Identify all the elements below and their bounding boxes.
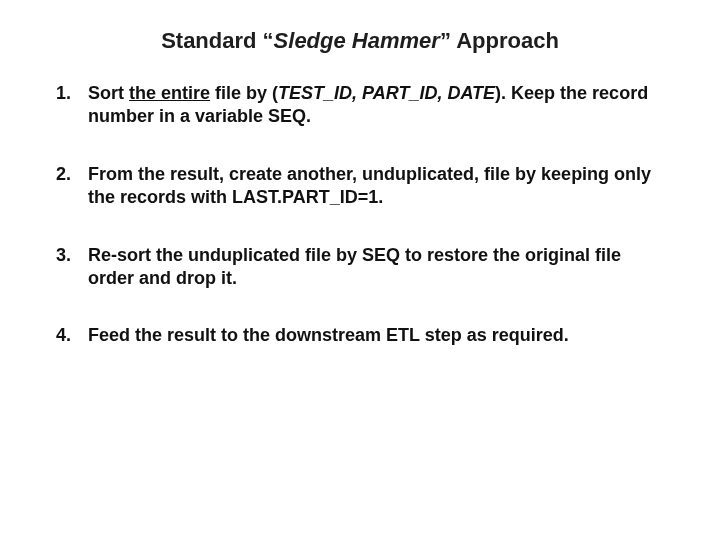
step-number: 2. xyxy=(56,163,88,186)
steps-list: 1. Sort the entire file by (TEST_ID, PAR… xyxy=(56,82,664,348)
title-quote-open: “ xyxy=(263,28,274,53)
list-item: 2. From the result, create another, undu… xyxy=(56,163,664,210)
list-item: 3. Re-sort the unduplicated file by SEQ … xyxy=(56,244,664,291)
italic-text: TEST_ID, PART_ID, DATE xyxy=(278,83,495,103)
step-number: 3. xyxy=(56,244,88,267)
slide: Standard “Sledge Hammer” Approach 1. Sor… xyxy=(0,0,720,540)
step-number: 4. xyxy=(56,324,88,347)
slide-title: Standard “Sledge Hammer” Approach xyxy=(56,28,664,54)
step-body: From the result, create another, undupli… xyxy=(88,163,664,210)
text-fragment: file by ( xyxy=(210,83,278,103)
step-body: Sort the entire file by (TEST_ID, PART_I… xyxy=(88,82,664,129)
step-number: 1. xyxy=(56,82,88,105)
step-body: Feed the result to the downstream ETL st… xyxy=(88,324,664,347)
title-post: Approach xyxy=(451,28,559,53)
title-emph: Sledge Hammer xyxy=(274,28,440,53)
title-pre: Standard xyxy=(161,28,262,53)
list-item: 4. Feed the result to the downstream ETL… xyxy=(56,324,664,347)
title-quote-close: ” xyxy=(440,28,451,53)
list-item: 1. Sort the entire file by (TEST_ID, PAR… xyxy=(56,82,664,129)
text-fragment: Sort xyxy=(88,83,129,103)
step-body: Re-sort the unduplicated file by SEQ to … xyxy=(88,244,664,291)
underlined-text: the entire xyxy=(129,83,210,103)
